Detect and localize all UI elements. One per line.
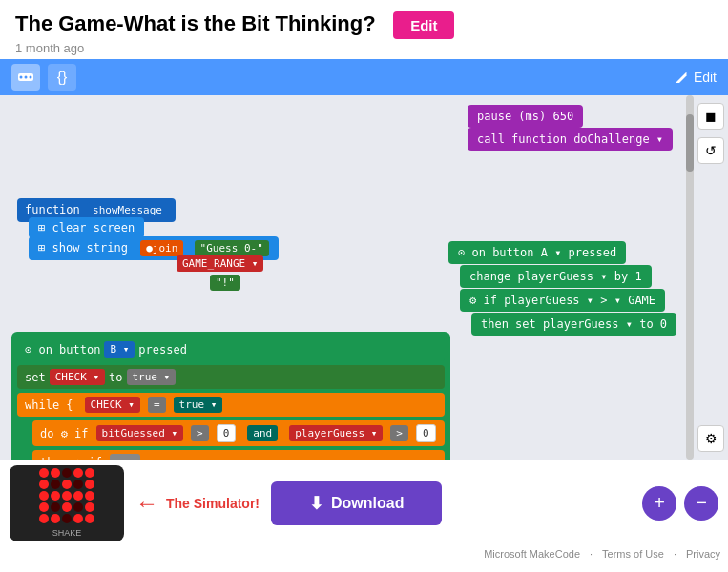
check-badge: CHECK ▾ bbox=[50, 369, 105, 385]
toolbar-edit[interactable]: Edit bbox=[675, 70, 717, 85]
zoom-controls: + − bbox=[642, 486, 718, 521]
download-label: Download bbox=[331, 495, 404, 512]
zero1-badge: 0 bbox=[217, 424, 237, 442]
footer-privacy[interactable]: Privacy bbox=[686, 548, 720, 560]
refresh-btn[interactable]: ↺ bbox=[697, 137, 724, 164]
btn-b-badge: B ▾ bbox=[104, 341, 135, 358]
editor-container: {} Edit pause (ms) 650 call function doC… bbox=[0, 59, 728, 545]
zoom-out-button[interactable]: − bbox=[684, 486, 718, 521]
footer-separator: · bbox=[590, 548, 593, 560]
simulator-label-container: ← The Simulator! bbox=[135, 490, 260, 517]
block-set-check[interactable]: set CHECK ▾ to true ▾ bbox=[17, 365, 445, 389]
block-btn-b-container: ⊙ on button B ▾ pressed set CHECK ▾ to t… bbox=[11, 332, 450, 480]
code-view-btn[interactable]: {} bbox=[48, 64, 76, 91]
svg-point-2 bbox=[25, 76, 28, 79]
block-clear-screen[interactable]: ⊞ clear screen bbox=[29, 217, 144, 238]
footer-brand: Microsoft MakeCode bbox=[484, 548, 580, 560]
block-do-if[interactable]: do ⚙ if bitGuessed ▾ > 0 and playerGuess… bbox=[32, 420, 445, 446]
code-canvas: pause (ms) 650 call function doChallenge… bbox=[0, 95, 728, 460]
true-badge: true ▾ bbox=[127, 369, 177, 385]
block-btn-a-header[interactable]: ⊙ on button A ▾ pressed bbox=[448, 241, 626, 264]
side-controls: ◼ ↺ ⚙ bbox=[694, 95, 728, 460]
block-clear-icon: ⊞ bbox=[38, 221, 45, 235]
edit-button[interactable]: Edit bbox=[393, 11, 454, 39]
excl-badge[interactable]: "!" bbox=[210, 275, 240, 291]
download-button[interactable]: ⬇ Download bbox=[271, 481, 442, 525]
block-btn-b-header[interactable]: ⊙ on button B ▾ pressed bbox=[17, 337, 445, 361]
join-icon: ● bbox=[146, 242, 153, 255]
led-grid bbox=[39, 468, 94, 523]
player-guess-badge: playerGuess ▾ bbox=[289, 425, 383, 441]
gt2-badge: > bbox=[390, 425, 408, 441]
page-meta: 1 month ago bbox=[15, 41, 713, 55]
function-name-badge: showMessage bbox=[87, 202, 168, 218]
while-true-badge: true ▾ bbox=[174, 397, 223, 413]
game-range-badge[interactable]: GAME_RANGE ▾ bbox=[177, 255, 263, 272]
code-icon: {} bbox=[57, 69, 68, 86]
block-then-set[interactable]: then set playerGuess ▾ to 0 bbox=[471, 313, 676, 336]
zoom-in-button[interactable]: + bbox=[642, 486, 676, 521]
download-icon: ⬇ bbox=[309, 493, 323, 514]
block-pause[interactable]: pause (ms) 650 bbox=[468, 105, 583, 128]
while-check-badge: CHECK ▾ bbox=[85, 397, 140, 413]
block-change-player[interactable]: change playerGuess ▾ by 1 bbox=[460, 265, 652, 288]
guess-str-badge: "Guess 0-" bbox=[195, 240, 269, 256]
settings-btn[interactable]: ⚙ bbox=[697, 425, 724, 452]
block-call[interactable]: call function doChallenge ▾ bbox=[468, 128, 673, 151]
page-title: The Game-What is the Bit Thinking? bbox=[15, 11, 376, 35]
vertical-scrollbar[interactable] bbox=[686, 95, 694, 460]
block-while[interactable]: while { CHECK ▾ = true ▾ bbox=[17, 393, 445, 417]
block-if-player[interactable]: ⚙ if playerGuess ▾ > ▾ GAME bbox=[460, 289, 665, 312]
stop-btn[interactable]: ◼ bbox=[697, 103, 724, 130]
bit-guessed-badge: bitGuessed ▾ bbox=[96, 425, 183, 441]
gt1-badge: > bbox=[191, 425, 209, 441]
page-footer: Microsoft MakeCode · Terms of Use · Priv… bbox=[0, 545, 728, 562]
simulator-label: The Simulator! bbox=[166, 496, 260, 511]
while-eq-badge: = bbox=[148, 397, 166, 413]
svg-point-3 bbox=[30, 76, 32, 79]
simulator-display: SHAKE bbox=[10, 465, 124, 541]
zero2-badge: 0 bbox=[416, 424, 436, 442]
scrollbar-thumb[interactable] bbox=[686, 114, 694, 172]
join-badge: ● join bbox=[140, 240, 183, 256]
footer-separator2: · bbox=[674, 548, 676, 560]
toolbar-edit-label: Edit bbox=[694, 70, 717, 85]
svg-point-1 bbox=[20, 76, 23, 79]
arrow-icon: ← bbox=[135, 490, 158, 517]
bottom-bar: SHAKE ← The Simulator! ⬇ Download + − bbox=[0, 460, 728, 545]
microbit-icon-btn[interactable] bbox=[11, 64, 40, 91]
and-badge: and bbox=[247, 425, 278, 441]
footer-terms[interactable]: Terms of Use bbox=[602, 548, 664, 560]
toolbar: {} Edit bbox=[0, 59, 728, 95]
